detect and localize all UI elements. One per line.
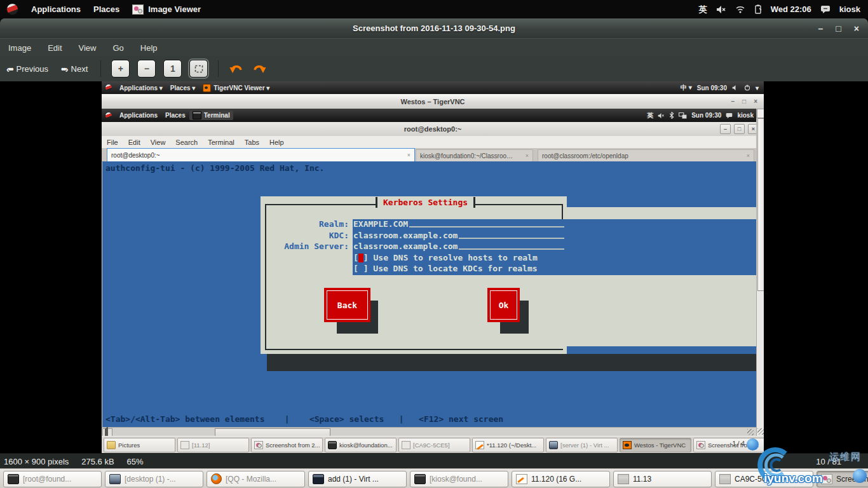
terminal-menu-tabs[interactable]: Tabs (240, 139, 264, 146)
terminal-menu-help[interactable]: Help (264, 139, 289, 146)
battery-icon[interactable] (754, 4, 762, 14)
tab-close-icon[interactable]: × (403, 152, 414, 158)
terminal-maximize-button[interactable]: □ (734, 124, 745, 134)
vertical-scrollbar[interactable] (756, 109, 764, 436)
window-list-item[interactable]: *11.120 (~/Deskt... (472, 438, 544, 452)
current-app-menu[interactable]: Image Viewer (126, 0, 207, 18)
rotate-left-button[interactable] (228, 60, 245, 77)
chat-icon[interactable] (820, 5, 831, 14)
viewer-menu-go[interactable]: Go (105, 39, 132, 57)
foundation-input-indicator[interactable]: 中 ▾ (681, 83, 692, 92)
bluetooth-icon[interactable] (669, 112, 674, 119)
maximize-button[interactable]: □ (836, 24, 841, 34)
session-menu-arrow-icon[interactable]: ▾ (756, 85, 759, 92)
kdc-input-underline[interactable] (459, 230, 564, 239)
resize-grip-icon[interactable] (757, 428, 764, 435)
viewer-titlebar[interactable]: Screenshot from 2016-11-13 09-30-54.png (0, 18, 868, 38)
checkbox-dns-resolve[interactable]: [] Use DNS to resolve hosts to realm (353, 252, 538, 263)
taskbar-item[interactable]: 11.120 (16 G... (512, 471, 610, 487)
volume-muted-icon[interactable] (658, 112, 665, 119)
desktop0-user-menu[interactable]: kiosk (737, 112, 754, 119)
tab-close-icon[interactable]: × (522, 152, 532, 159)
desktop0-places-menu[interactable]: Places (161, 112, 189, 119)
terminal-minimize-button[interactable]: – (720, 124, 731, 134)
desktop0-input-indicator[interactable]: 英 (647, 111, 653, 120)
taskbar-item[interactable]: CA9C-5CE5 (715, 471, 813, 487)
terminal-menu-view[interactable]: View (146, 139, 171, 146)
realm-input-underline[interactable] (409, 219, 564, 227)
taskbar-item[interactable]: [desktop (1) -... (105, 471, 203, 487)
vnc-window-titlebar[interactable]: Westos – TigerVNC – □ × (102, 94, 764, 109)
best-fit-button[interactable] (189, 60, 208, 78)
viewer-menu-image[interactable]: Image (0, 39, 39, 57)
zoom-out-button[interactable]: − (137, 60, 156, 78)
foundation-places-menu[interactable]: Places ▾ (166, 85, 200, 92)
terminal-menu-file[interactable]: File (102, 139, 123, 146)
desktop0-app-menu[interactable]: Terminal (189, 111, 233, 120)
window-list-item[interactable]: Pictures (104, 438, 175, 452)
admin-server-input[interactable]: classroom.example.com (353, 241, 458, 252)
close-button[interactable]: × (854, 24, 859, 34)
terminal-menu-search[interactable]: Search (170, 139, 203, 146)
taskbar-item[interactable]: Screenshot f... (817, 471, 868, 487)
taskbar-item[interactable]: [root@found... (3, 471, 102, 487)
zoom-normal-button[interactable]: 1 (163, 60, 182, 78)
horizontal-scrollbar[interactable] (102, 427, 756, 437)
realm-input[interactable]: EXAMPLE.COM (353, 219, 408, 229)
window-list-item[interactable]: kiosk@foundation... (325, 438, 397, 452)
vnc-minimize-button[interactable]: – (731, 98, 735, 105)
applications-menu[interactable]: Applications (25, 0, 87, 18)
taskbar-item[interactable]: 11.13 (613, 471, 712, 487)
chat-icon[interactable] (726, 112, 733, 119)
vnc-maximize-button[interactable]: □ (742, 98, 746, 105)
rotate-right-button[interactable] (251, 60, 268, 77)
places-menu[interactable]: Places (87, 0, 126, 18)
zoom-in-button[interactable]: + (111, 60, 130, 78)
terminal-tab-0[interactable]: root@desktop0:~× (107, 148, 415, 162)
terminal-tab-2[interactable]: root@classroom:/etc/openldap× (538, 149, 754, 161)
window-list-item[interactable]: Westos - TigerVNC (620, 438, 691, 452)
desktop0-clock[interactable]: Sun 09:30 (691, 112, 721, 119)
window-list-item[interactable]: [CA9C-5CE5] (398, 438, 470, 452)
user-menu[interactable]: kiosk (839, 4, 860, 14)
foundation-app-menu[interactable]: TigerVNC Viewer ▾ (199, 84, 273, 92)
resize-grip-icon[interactable] (747, 429, 754, 435)
taskbar-item[interactable]: add (1) - Virt ... (308, 471, 407, 487)
network-icon[interactable] (679, 112, 687, 119)
volume-muted-icon[interactable] (716, 5, 726, 14)
foundation-applications-menu[interactable]: Applications ▾ (116, 85, 166, 92)
viewer-menu-view[interactable]: View (71, 39, 105, 57)
terminal-menu-terminal[interactable]: Terminal (203, 139, 240, 146)
distro-logo-icon[interactable] (0, 0, 25, 18)
foundation-logo-icon[interactable] (102, 85, 116, 91)
clock[interactable]: Wed 22:06 (771, 4, 811, 14)
kdc-input[interactable]: classroom.example.com (353, 230, 458, 241)
wifi-icon[interactable] (735, 5, 745, 13)
terminal-tab-1[interactable]: kiosk@foundation0:~/ClassroomDocs/rh134× (416, 149, 533, 161)
input-method-indicator[interactable]: 英 (699, 4, 707, 15)
tab-close-icon[interactable]: × (743, 152, 754, 159)
vnc-close-button[interactable]: × (754, 98, 757, 105)
viewer-menu-help[interactable]: Help (132, 39, 166, 57)
window-list-item[interactable]: [11.12] (177, 438, 249, 452)
workspace-pager[interactable]: 1 / 4 (733, 440, 745, 447)
workspace-switcher-icon[interactable] (747, 438, 759, 451)
next-button[interactable]: ••› Next (55, 58, 94, 79)
window-list-item[interactable]: [server (1) - Virt ... (546, 438, 618, 452)
power-icon[interactable] (744, 85, 750, 91)
previous-button[interactable]: ‹•• Previous (0, 58, 55, 79)
admin-server-input-underline[interactable] (459, 241, 564, 250)
terminal-titlebar[interactable]: root@desktop0:~ – □ × (102, 122, 764, 137)
scroll-up-button[interactable] (757, 109, 764, 118)
back-button[interactable]: Back (324, 288, 370, 322)
foundation-clock[interactable]: Sun 09:30 (697, 85, 727, 92)
minimize-button[interactable]: – (818, 24, 824, 34)
ok-button[interactable]: Ok (487, 288, 520, 322)
taskbar-item[interactable]: [kiosk@found... (410, 471, 508, 487)
window-list-item[interactable]: Screenshot from 2... (251, 438, 323, 452)
vertical-scrollbar-thumb[interactable] (757, 118, 764, 291)
taskbar-item[interactable]: [QQ - Mozilla... (207, 471, 305, 487)
desktop0-logo-icon[interactable] (102, 112, 116, 119)
terminal-menu-edit[interactable]: Edit (123, 139, 146, 146)
viewer-menu-edit[interactable]: Edit (39, 39, 70, 57)
